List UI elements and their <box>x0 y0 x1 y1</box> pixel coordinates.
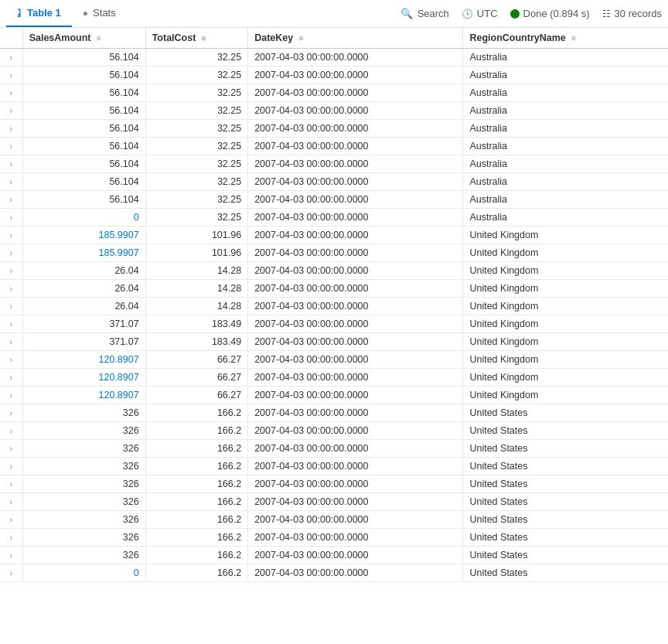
row-expand-button[interactable]: › <box>0 155 22 173</box>
cell-salesamount: 56.104 <box>22 138 145 155</box>
table-row: ›26.0414.282007-04-03 00:00:00.0000Unite… <box>0 262 668 280</box>
col-salesamount-menu-icon[interactable]: ≡ <box>97 34 101 43</box>
tab-table[interactable]: ⦎ Table 1 <box>6 0 72 27</box>
row-expand-button[interactable]: › <box>0 422 22 440</box>
row-expand-button[interactable]: › <box>0 227 22 244</box>
search-button[interactable]: 🔍 Search <box>400 8 449 19</box>
row-expand-button[interactable]: › <box>0 369 22 387</box>
cell-totalcost: 32.25 <box>145 66 248 84</box>
table-row: ›326166.22007-04-03 00:00:00.0000United … <box>0 475 668 493</box>
row-expand-button[interactable]: › <box>0 209 22 227</box>
cell-regioncountryname: United Kingdom <box>463 244 668 262</box>
cell-totalcost: 166.2 <box>145 475 248 493</box>
cell-regioncountryname: United Kingdom <box>463 333 668 351</box>
row-expand-button[interactable]: › <box>0 102 22 120</box>
cell-salesamount: 56.104 <box>22 84 145 102</box>
row-expand-button[interactable]: › <box>0 547 22 564</box>
tab-stats-label: Stats <box>93 7 116 19</box>
row-expand-button[interactable]: › <box>0 315 22 333</box>
cell-salesamount: 326 <box>22 404 145 422</box>
row-expand-button[interactable]: › <box>0 262 22 280</box>
cell-datekey: 2007-04-03 00:00:00.0000 <box>248 120 463 138</box>
cell-salesamount: 120.8907 <box>22 351 145 369</box>
cell-datekey: 2007-04-03 00:00:00.0000 <box>248 66 463 84</box>
chevron-right-icon: › <box>9 337 12 346</box>
cell-totalcost: 32.25 <box>145 120 248 138</box>
cell-salesamount: 371.07 <box>22 315 145 333</box>
col-datekey-label: DateKey <box>254 32 293 43</box>
row-expand-button[interactable]: › <box>0 138 22 155</box>
cell-totalcost: 66.27 <box>145 369 248 387</box>
cell-datekey: 2007-04-03 00:00:00.0000 <box>248 102 463 120</box>
cell-totalcost: 166.2 <box>145 493 248 511</box>
cell-datekey: 2007-04-03 00:00:00.0000 <box>248 493 463 511</box>
cell-datekey: 2007-04-03 00:00:00.0000 <box>248 262 463 280</box>
row-expand-button[interactable]: › <box>0 404 22 422</box>
table-row: ›56.10432.252007-04-03 00:00:00.0000Aust… <box>0 155 668 173</box>
col-header-salesamount[interactable]: SalesAmount ≡ <box>22 28 145 49</box>
row-expand-button[interactable]: › <box>0 49 22 66</box>
chevron-right-icon: › <box>9 444 12 453</box>
cell-salesamount: 56.104 <box>22 49 145 66</box>
row-expand-button[interactable]: › <box>0 387 22 404</box>
cell-datekey: 2007-04-03 00:00:00.0000 <box>248 315 463 333</box>
col-header-regioncountryname[interactable]: RegionCountryName ≡ <box>463 28 668 49</box>
table-container: SalesAmount ≡ TotalCost ≡ DateKey ≡ Regi… <box>0 28 668 582</box>
row-expand-button[interactable]: › <box>0 280 22 298</box>
cell-totalcost: 166.2 <box>145 564 248 582</box>
cell-totalcost: 66.27 <box>145 387 248 404</box>
cell-datekey: 2007-04-03 00:00:00.0000 <box>248 475 463 493</box>
chevron-right-icon: › <box>9 515 12 524</box>
row-expand-button[interactable]: › <box>0 173 22 191</box>
row-expand-button[interactable]: › <box>0 529 22 547</box>
col-header-datekey[interactable]: DateKey ≡ <box>248 28 463 49</box>
row-expand-button[interactable]: › <box>0 66 22 84</box>
cell-regioncountryname: United Kingdom <box>463 227 668 244</box>
cell-regioncountryname: United States <box>463 422 668 440</box>
cell-salesamount: 56.104 <box>22 120 145 138</box>
status-label: Done (0.894 s) <box>523 8 590 19</box>
cell-totalcost: 14.28 <box>145 298 248 315</box>
cell-datekey: 2007-04-03 00:00:00.0000 <box>248 298 463 315</box>
col-totalcost-menu-icon[interactable]: ≡ <box>202 34 206 43</box>
col-datekey-menu-icon[interactable]: ≡ <box>299 34 304 43</box>
row-expand-button[interactable]: › <box>0 493 22 511</box>
col-header-totalcost[interactable]: TotalCost ≡ <box>145 28 248 49</box>
cell-totalcost: 32.25 <box>145 209 248 227</box>
cell-salesamount: 120.8907 <box>22 369 145 387</box>
cell-regioncountryname: United States <box>463 493 668 511</box>
row-expand-button[interactable]: › <box>0 440 22 458</box>
cell-salesamount: 120.8907 <box>22 387 145 404</box>
tab-table-label: Table 1 <box>27 7 61 19</box>
search-icon: 🔍 <box>400 8 413 19</box>
tab-stats[interactable]: ● Stats <box>72 0 127 27</box>
table-row: ›56.10432.252007-04-03 00:00:00.0000Aust… <box>0 120 668 138</box>
row-expand-button[interactable]: › <box>0 564 22 582</box>
col-regioncountryname-menu-icon[interactable]: ≡ <box>571 34 576 43</box>
cell-datekey: 2007-04-03 00:00:00.0000 <box>248 458 463 475</box>
row-expand-button[interactable]: › <box>0 458 22 475</box>
row-expand-button[interactable]: › <box>0 244 22 262</box>
cell-salesamount: 371.07 <box>22 333 145 351</box>
cell-totalcost: 101.96 <box>145 227 248 244</box>
cell-regioncountryname: United Kingdom <box>463 315 668 333</box>
row-expand-button[interactable]: › <box>0 191 22 209</box>
chevron-right-icon: › <box>9 195 12 204</box>
cell-regioncountryname: United States <box>463 511 668 529</box>
cell-regioncountryname: United Kingdom <box>463 387 668 404</box>
cell-totalcost: 32.25 <box>145 155 248 173</box>
row-expand-button[interactable]: › <box>0 298 22 315</box>
row-expand-button[interactable]: › <box>0 333 22 351</box>
row-expand-button[interactable]: › <box>0 475 22 493</box>
cell-regioncountryname: Australia <box>463 209 668 227</box>
table-row: ›120.890766.272007-04-03 00:00:00.0000Un… <box>0 369 668 387</box>
table-row: ›56.10432.252007-04-03 00:00:00.0000Aust… <box>0 49 668 66</box>
row-expand-button[interactable]: › <box>0 351 22 369</box>
col-totalcost-label: TotalCost <box>152 32 196 43</box>
row-expand-button[interactable]: › <box>0 120 22 138</box>
cell-salesamount: 56.104 <box>22 173 145 191</box>
row-expand-button[interactable]: › <box>0 511 22 529</box>
row-expand-button[interactable]: › <box>0 84 22 102</box>
chevron-right-icon: › <box>9 355 12 364</box>
cell-totalcost: 32.25 <box>145 138 248 155</box>
